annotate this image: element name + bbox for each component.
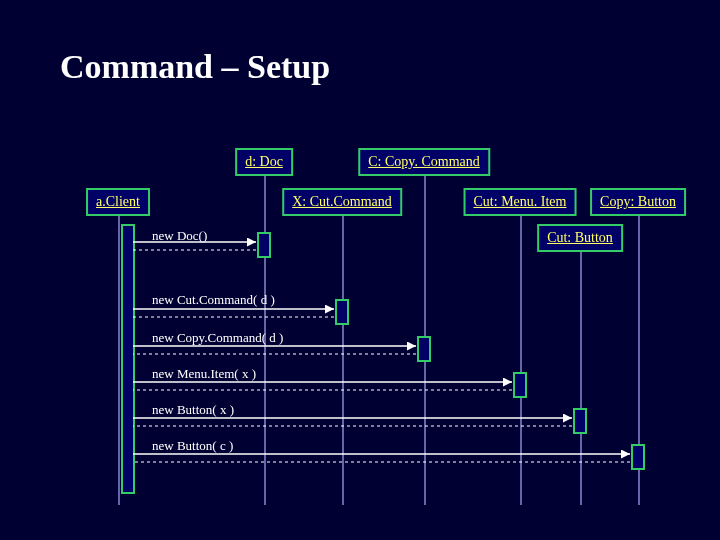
msg-new-cutbutton: new Button( x ) bbox=[152, 402, 234, 418]
activation-create-c bbox=[417, 336, 431, 362]
activation-create-copybtn bbox=[631, 444, 645, 470]
activation-create-cutmenu bbox=[513, 372, 527, 398]
lifeline-cutmenu bbox=[520, 210, 522, 505]
arrow-new-doc bbox=[133, 238, 264, 254]
msg-new-copybutton: new Button( c ) bbox=[152, 438, 233, 454]
msg-new-menuitem: new Menu.Item( x ) bbox=[152, 366, 256, 382]
arrow-new-menuitem bbox=[133, 378, 520, 394]
arrow-new-cutcmd bbox=[133, 305, 342, 321]
participant-copybtn: Copy: Button bbox=[590, 188, 686, 216]
lifeline-copybtn bbox=[638, 210, 640, 505]
msg-new-cutcmd: new Cut.Command( d ) bbox=[152, 292, 275, 308]
arrow-new-copycmd bbox=[133, 342, 424, 358]
participant-c: C: Copy. Command bbox=[358, 148, 490, 176]
lifeline-cutbtn bbox=[580, 246, 582, 505]
participant-cutbtn: Cut: Button bbox=[537, 224, 623, 252]
activation-create-cutbtn bbox=[573, 408, 587, 434]
msg-new-copycmd: new Copy.Command( d ) bbox=[152, 330, 283, 346]
activation-aclient bbox=[121, 224, 135, 494]
lifeline-d bbox=[264, 170, 266, 505]
lifeline-x bbox=[342, 210, 344, 505]
activation-create-x bbox=[335, 299, 349, 325]
participant-cutmenu: Cut: Menu. Item bbox=[464, 188, 577, 216]
arrow-new-cutbutton bbox=[133, 414, 580, 430]
participant-x: X: Cut.Command bbox=[282, 188, 402, 216]
participant-d: d: Doc bbox=[235, 148, 293, 176]
arrow-new-copybutton bbox=[133, 450, 638, 466]
lifeline-aclient bbox=[118, 210, 120, 505]
page-title: Command – Setup bbox=[60, 48, 330, 86]
participant-aclient: a.Client bbox=[86, 188, 150, 216]
activation-create-d bbox=[257, 232, 271, 258]
msg-new-doc: new Doc() bbox=[152, 228, 207, 244]
lifeline-c bbox=[424, 170, 426, 505]
